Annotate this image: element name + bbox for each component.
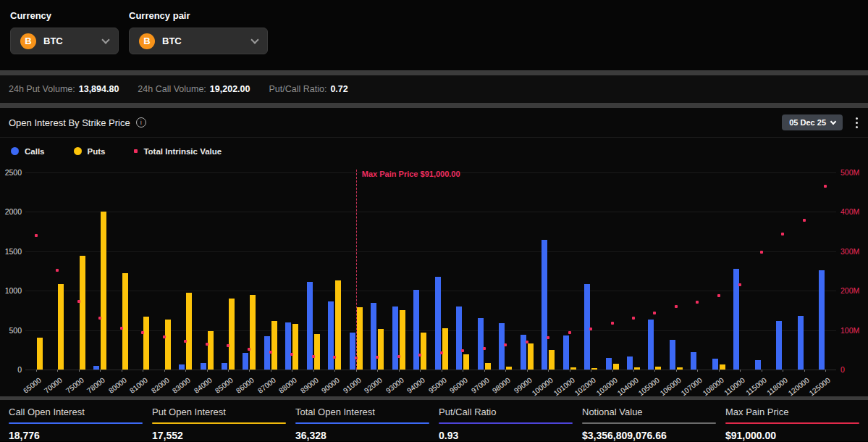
legend-swatch bbox=[74, 147, 82, 155]
footer-stat-value: 17,552 bbox=[152, 430, 286, 441]
currency-select-value: BTC bbox=[43, 36, 103, 46]
kebab-menu-icon[interactable] bbox=[854, 116, 859, 130]
info-icon[interactable]: i bbox=[136, 117, 146, 128]
x-axis-tick bbox=[185, 370, 186, 372]
intrinsic-value-dot bbox=[290, 353, 293, 356]
intrinsic-value-dot bbox=[632, 317, 635, 320]
legend-label: Puts bbox=[88, 147, 106, 156]
stat-value: 13,894.80 bbox=[79, 84, 119, 94]
legend-item-total-intrinsic-value[interactable]: Total Intrinsic Value bbox=[134, 147, 222, 156]
currency-pair-select[interactable]: B BTC bbox=[129, 28, 268, 54]
max-pain-line bbox=[356, 170, 357, 370]
intrinsic-value-dot bbox=[184, 340, 187, 343]
calls-bar bbox=[201, 363, 206, 370]
footer-stat-underline bbox=[439, 422, 573, 424]
gridline bbox=[25, 291, 836, 291]
x-axis-tick bbox=[271, 370, 271, 372]
calls-bar bbox=[243, 353, 248, 370]
calls-bar bbox=[606, 358, 612, 370]
puts-bar bbox=[463, 354, 469, 370]
intrinsic-value-dot bbox=[248, 348, 250, 351]
x-axis-tick bbox=[228, 370, 229, 372]
x-axis-tick bbox=[825, 370, 826, 372]
puts-bar bbox=[421, 333, 426, 370]
intrinsic-value-dot bbox=[312, 355, 315, 358]
x-axis-tick bbox=[676, 370, 677, 372]
options-dashboard: Currency B BTC Currency pair B BTC 24h P… bbox=[0, 0, 868, 442]
chart-legend: CallsPutsTotal Intrinsic Value bbox=[0, 138, 868, 164]
calls-bar bbox=[776, 321, 782, 370]
stat-value: 0.72 bbox=[330, 84, 347, 94]
chevron-down-icon bbox=[101, 36, 109, 43]
calls-bar bbox=[648, 320, 654, 370]
puts-bar bbox=[655, 367, 661, 370]
x-axis-tick bbox=[442, 370, 442, 372]
chart-header: Open Interest By Strike Price i 05 Dec 2… bbox=[0, 108, 868, 138]
puts-bar bbox=[677, 367, 683, 370]
puts-bar bbox=[165, 320, 171, 370]
volume-stats-bar: 24h Put Volume:13,894.8024h Call Volume:… bbox=[0, 75, 868, 103]
intrinsic-value-dot bbox=[269, 351, 272, 354]
puts-bar bbox=[591, 368, 597, 370]
x-axis-tick bbox=[57, 370, 58, 372]
calls-bar bbox=[435, 277, 441, 370]
intrinsic-value-dot bbox=[568, 331, 571, 334]
max-pain-annotation: Max Pain Price $91,000.00 bbox=[362, 170, 460, 178]
calls-bar bbox=[179, 364, 185, 370]
x-axis-tick bbox=[79, 370, 80, 372]
x-axis-tick bbox=[740, 370, 741, 372]
puts-bar bbox=[122, 273, 128, 370]
puts-bar bbox=[528, 343, 534, 370]
puts-bar bbox=[570, 367, 576, 370]
intrinsic-value-dot bbox=[526, 341, 528, 343]
x-axis-tick bbox=[697, 370, 698, 372]
footer-stat-call-open-interest: Call Open Interest18,776 bbox=[9, 406, 143, 441]
section-divider bbox=[0, 103, 868, 108]
x-axis-tick bbox=[719, 370, 720, 372]
y-axis-tick-left: 2500 bbox=[1, 168, 22, 177]
x-axis-tick bbox=[143, 370, 143, 372]
footer-stat-put-call-ratio: Put/Call Ratio0.93 bbox=[439, 406, 573, 441]
calls-bar bbox=[285, 322, 291, 370]
gridline bbox=[25, 251, 836, 252]
expiry-date-select[interactable]: 05 Dec 25 bbox=[782, 114, 843, 130]
puts-bar bbox=[101, 212, 106, 370]
currency-select[interactable]: B BTC bbox=[10, 28, 119, 54]
calls-bar bbox=[456, 307, 462, 370]
x-axis-tick bbox=[654, 370, 655, 372]
intrinsic-value-dot bbox=[675, 305, 678, 308]
stat-item: 24h Call Volume:19,202.00 bbox=[138, 84, 250, 94]
calls-bar bbox=[478, 318, 484, 370]
x-axis-tick bbox=[633, 370, 634, 372]
chart-card: Open Interest By Strike Price i 05 Dec 2… bbox=[0, 108, 868, 396]
legend-label: Total Intrinsic Value bbox=[143, 147, 222, 156]
intrinsic-value-dot bbox=[376, 356, 379, 359]
footer-stat-underline bbox=[152, 422, 286, 424]
chevron-down-icon bbox=[250, 36, 258, 43]
y-axis-tick-left: 0 bbox=[1, 365, 22, 374]
intrinsic-value-dot bbox=[418, 354, 421, 356]
stat-item: Put/Call Ratio:0.72 bbox=[269, 84, 347, 94]
legend-item-calls[interactable]: Calls bbox=[11, 147, 45, 156]
x-axis-tick bbox=[122, 370, 122, 372]
puts-bar bbox=[208, 331, 214, 370]
legend-item-puts[interactable]: Puts bbox=[74, 147, 106, 156]
y-axis-tick-right: 400M bbox=[840, 207, 859, 216]
y-axis-tick-right: 500M bbox=[840, 168, 859, 177]
puts-bar bbox=[37, 338, 43, 370]
intrinsic-value-dot bbox=[141, 331, 144, 334]
x-axis-tick bbox=[292, 370, 292, 372]
intrinsic-value-dot bbox=[760, 251, 763, 254]
x-axis-tick bbox=[207, 370, 208, 372]
y-axis-tick-left: 1500 bbox=[1, 247, 22, 256]
calls-bar bbox=[670, 340, 675, 370]
y-axis-tick-right: 200M bbox=[840, 286, 859, 295]
intrinsic-value-dot bbox=[696, 301, 699, 304]
currency-pair-select-value: BTC bbox=[162, 36, 252, 46]
legend-swatch bbox=[134, 149, 138, 153]
puts-bar bbox=[186, 293, 192, 370]
puts-bar bbox=[378, 329, 384, 370]
bitcoin-icon: B bbox=[20, 33, 36, 49]
calls-bar bbox=[542, 240, 547, 370]
currency-pair-group: Currency pair B BTC bbox=[129, 10, 268, 54]
